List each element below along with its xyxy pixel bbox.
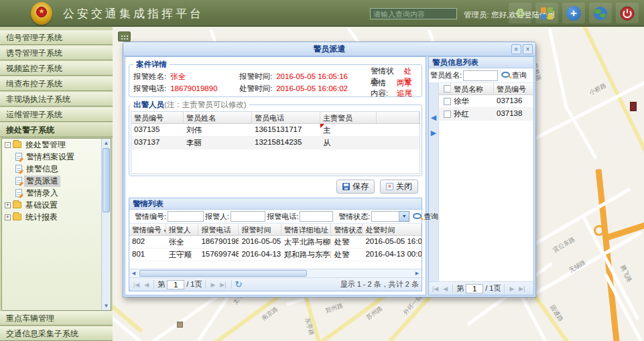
tree-item-officer-dispatch[interactable]: 警员派遣	[24, 176, 60, 187]
expand-node-icon[interactable]: +	[5, 214, 11, 220]
document-icon	[15, 153, 22, 161]
column-header-sorted[interactable]: 警情编号▼	[129, 224, 166, 235]
select-all-checkbox[interactable]	[444, 85, 451, 92]
road-label: 无锡路	[568, 258, 588, 275]
dialog-title: 警员派遣	[314, 44, 346, 54]
filter-caller-input[interactable]	[231, 211, 265, 222]
dispatch-personnel-fieldset: 出警人员(注：主责警员可以修改) 警员编号 警员姓名 警员电话 主责警员 037…	[129, 100, 422, 176]
close-button[interactable]: ×关闭	[380, 180, 418, 194]
map-poi	[630, 102, 637, 111]
sidebar-item-traffic-info[interactable]: 交通信息采集子系统	[0, 326, 113, 341]
column-header[interactable]: 处警时间	[363, 224, 422, 235]
column-header[interactable]: 警情状态	[331, 224, 363, 235]
recycle-icon[interactable]: ♻	[509, 3, 531, 23]
column-header[interactable]: 报警时间	[239, 224, 281, 235]
officer-name-input[interactable]	[463, 70, 498, 81]
transfer-left-button[interactable]: ◀	[431, 114, 436, 121]
tree-node-statistics[interactable]: 统计报表	[23, 212, 60, 223]
dialog-button-row: 保存 ×关闭	[127, 176, 424, 196]
chevron-down-icon[interactable]: ▼	[399, 211, 409, 222]
collapse-dialog-button[interactable]: «	[511, 44, 521, 54]
alert-status-input[interactable]	[371, 211, 399, 222]
close-icon: ×	[386, 183, 393, 190]
collapse-node-icon[interactable]: -	[5, 142, 11, 148]
panel-toggle-button[interactable]	[118, 31, 131, 42]
tree-node-dispatch-mgmt[interactable]: 接处警管理	[23, 139, 68, 151]
power-icon[interactable]	[616, 3, 639, 23]
first-page-button[interactable]: |◀	[431, 285, 440, 292]
filter-alert-id-input[interactable]	[168, 211, 204, 222]
transfer-right-button[interactable]: ▶	[431, 129, 436, 137]
prev-page-button[interactable]: ◀	[442, 285, 449, 292]
field-value: 两车追尾	[397, 78, 417, 98]
table-row[interactable]: 802 张全 18679019890 2016-05-05 16:... 太平北…	[129, 236, 422, 249]
page-number-input[interactable]	[466, 284, 483, 293]
horizontal-scrollbar[interactable]: ◀ ▶	[129, 269, 422, 277]
sidebar-item-video[interactable]: 视频监控子系统	[0, 61, 113, 76]
tree-item-alert-entry[interactable]: 警情录入	[24, 188, 60, 199]
dispatch-legend: 出警人员(注：主责警员可以修改)	[131, 100, 249, 110]
cell-dispatch-time: 2016-05-05 16:06...	[363, 236, 422, 248]
column-header[interactable]: 报警人	[166, 224, 199, 235]
add-icon[interactable]: +	[562, 3, 585, 23]
row-checkbox[interactable]	[444, 111, 451, 118]
officer-search-button[interactable]: 查询	[512, 70, 527, 80]
sidebar-item-signal[interactable]: 信号管理子系统	[0, 30, 113, 45]
next-page-button[interactable]: ▶	[209, 281, 216, 288]
scrollbar-thumb[interactable]	[103, 148, 110, 212]
last-page-button[interactable]: ▶|	[218, 281, 227, 288]
prev-page-button[interactable]: ◀	[143, 281, 150, 288]
table-row[interactable]: 801 王守顺 15769974813 2016-04-13 12:... 郑和…	[129, 249, 422, 261]
expand-node-icon[interactable]: +	[5, 202, 11, 208]
sidebar-item-offsite[interactable]: 非现场执法子系统	[0, 92, 113, 107]
tree-item-alert-info[interactable]: 接警信息	[24, 163, 60, 175]
toolbar-separator	[205, 280, 206, 289]
cell-lead-flag[interactable]: 从	[320, 137, 377, 149]
field-label: 警情内容:	[371, 78, 393, 98]
table-row[interactable]: 孙红 037138	[439, 108, 533, 121]
first-page-button[interactable]: |◀	[132, 281, 141, 288]
scroll-up-icon[interactable]: ▲	[102, 139, 111, 147]
filter-phone-input[interactable]	[300, 211, 333, 222]
row-checkbox[interactable]	[444, 98, 451, 105]
save-button[interactable]: 保存	[336, 180, 375, 194]
tree-item-archive-settings[interactable]: 警情档案设置	[24, 151, 76, 163]
column-header[interactable]: 主责警员	[320, 112, 377, 123]
table-row[interactable]: 037137 李丽 13215814235 从	[131, 137, 420, 149]
alert-search-button[interactable]: 查询	[424, 212, 438, 222]
column-header[interactable]: 警员名称	[451, 83, 494, 94]
globe-icon[interactable]	[589, 3, 612, 23]
dialog-titlebar[interactable]: 警员派遣 « ×	[123, 42, 535, 56]
header-search-input[interactable]	[370, 8, 457, 19]
tree-scrollbar[interactable]: ▲ ▼	[101, 139, 111, 310]
alert-list-panel: 警情列表 警情编号: 报警人: 报警电话: 警情状态: ▼	[129, 198, 422, 291]
sidebar-item-investigation[interactable]: 缉查布控子系统	[0, 76, 113, 91]
column-header[interactable]: 警员电话	[252, 112, 320, 123]
field-value: 2016-05-05 16:05:16	[276, 72, 348, 80]
tree-node-base-settings[interactable]: 基础设置	[23, 200, 60, 211]
column-header[interactable]: 警情详细地址	[281, 224, 332, 235]
sidebar-item-guidance[interactable]: 诱导管理子系统	[0, 46, 113, 60]
table-row[interactable]: 037135 刘伟 13615131717 主	[131, 124, 420, 137]
column-header[interactable]: 警员编号	[131, 112, 184, 123]
refresh-icon[interactable]: ↻	[235, 279, 243, 289]
apps-grid-icon[interactable]	[535, 3, 558, 23]
last-page-button[interactable]: ▶|	[517, 285, 526, 292]
scroll-left-icon[interactable]: ◀	[129, 269, 138, 277]
scroll-down-icon[interactable]: ▼	[102, 301, 111, 310]
sidebar-item-ops[interactable]: 运维管理子系统	[0, 107, 113, 122]
close-dialog-button[interactable]: ×	[523, 44, 533, 54]
table-row[interactable]: 徐华 037136	[439, 95, 533, 108]
column-header[interactable]: 警员编号	[494, 83, 533, 94]
scrollbar-thumb[interactable]	[139, 270, 307, 277]
column-header[interactable]: 警员姓名	[184, 112, 252, 123]
sidebar-item-dispatch-system[interactable]: 接处警子系统	[0, 123, 113, 137]
page-number-input[interactable]	[167, 280, 184, 289]
scroll-right-icon[interactable]: ▶	[413, 269, 422, 277]
next-page-button[interactable]: ▶	[508, 285, 515, 292]
cell-lead-flag[interactable]: 主	[320, 124, 377, 136]
sidebar-item-key-vehicles[interactable]: 重点车辆管理	[0, 311, 113, 326]
alert-status-select[interactable]: ▼	[371, 211, 409, 222]
cell-alert-id: 802	[129, 236, 166, 248]
column-header[interactable]: 报警电话	[198, 224, 239, 235]
